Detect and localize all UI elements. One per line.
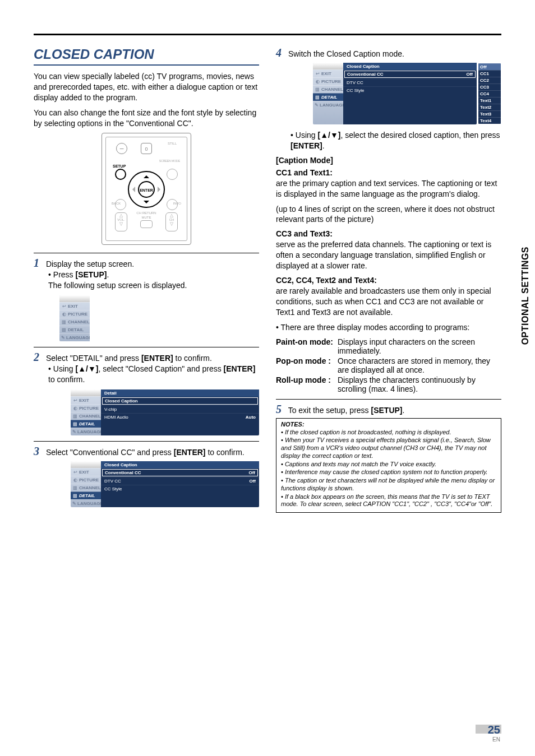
menu-row: CC Style — [101, 485, 259, 493]
mode-row: Paint-on mode:Displays input characters … — [276, 337, 501, 355]
remote-zero-button: 0 — [141, 143, 152, 154]
step-3: 3 Select "Conventional CC" and press [EN… — [34, 445, 259, 458]
menu-row: Conventional CCOff — [344, 71, 476, 78]
cc-dropdown-screenshot: ↩EXIT ◐PICTURE ▥CHANNEL ▧DETAIL ✎LANGUAG… — [313, 63, 501, 124]
step-5: 5 To exit the setup, press [SETUP]. — [276, 403, 501, 416]
page-number-box: 25 EN — [476, 725, 501, 743]
step-1-bullet: Press [SETUP]. The following setup scree… — [48, 270, 259, 291]
menu-body: Closed Caption Conventional CCOffDTV CCO… — [101, 461, 259, 507]
dropdown-item: Text1 — [478, 97, 501, 104]
cc-menu-screenshot: ↩EXIT ◐PICTURE ▥CHANNEL ▧DETAIL ✎LANGUAG… — [71, 461, 259, 507]
two-column-layout: CLOSED CAPTION You can view specially la… — [34, 47, 501, 513]
remote-inner: – 0 STILL SETUP SCREEN MODE ENTER BACK — [105, 137, 187, 241]
menu-row: Closed Caption — [102, 397, 258, 405]
menu-sidebar: ↩EXIT ◐PICTURE ▥CHANNEL ▧DETAIL ✎LANGUAG… — [71, 461, 101, 507]
step-1-text: Display the setup screen. — [46, 259, 134, 268]
mode-row: Pop-on mode :Once characters are stored … — [276, 356, 501, 374]
left-column: CLOSED CAPTION You can view specially la… — [34, 47, 259, 513]
menu-row: Conventional CCOff — [102, 469, 258, 476]
page: CLOSED CAPTION You can view specially la… — [34, 34, 501, 722]
menu-title: Detail — [101, 389, 259, 397]
dropdown-item: Off — [478, 63, 501, 70]
step-4-bullet: Using [▲/▼], select the desired closed c… — [290, 130, 501, 151]
step-2-sub: Using [▲/▼], select "Closed Caption" and… — [34, 364, 259, 435]
page-lang: EN — [476, 736, 501, 743]
dpad-left-icon — [130, 187, 135, 192]
notes-box: NOTES: • If the closed caption is not br… — [276, 418, 501, 513]
step-number: 5 — [276, 403, 286, 416]
menu-row: CC Style — [343, 86, 477, 94]
remote-setup-button — [115, 169, 126, 180]
page-number: 25 — [476, 723, 501, 736]
step-2-bullet: Using [▲/▼], select "Closed Caption" and… — [48, 364, 259, 385]
note-item: • Captions and texts may not match the T… — [281, 461, 496, 469]
step-number: 2 — [34, 351, 44, 364]
step-5-text: To exit the setup, press [SETUP]. — [288, 406, 405, 415]
step-1-sub: Press [SETUP]. The following setup scree… — [34, 270, 259, 341]
cc1-paragraph-1: are the primary caption and text service… — [276, 178, 501, 200]
cc2-paragraph: are rarely available and broadcasters us… — [276, 286, 501, 318]
note-item: • If a black box appears on the screen, … — [281, 493, 496, 509]
note-item: • Interference may cause the closed capt… — [281, 469, 496, 476]
menu-row: HDMI AudioAuto — [101, 413, 259, 421]
remote-dpad: ENTER — [128, 171, 165, 208]
step-divider — [276, 399, 501, 400]
dropdown-item: Text4 — [478, 117, 501, 124]
note-item: • If the closed caption is not broadcast… — [281, 429, 496, 437]
menu-body: Detail Closed CaptionV-chipHDMI AudioAut… — [101, 389, 259, 435]
step-3-sub: ↩EXIT ◐PICTURE ▥CHANNEL ▧DETAIL ✎LANGUAG… — [34, 461, 259, 507]
notes-heading: NOTES: — [281, 421, 496, 428]
step-4: 4 Switch the Closed Caption mode. — [276, 47, 501, 59]
menu-sidebar: ↩EXIT ◐PICTURE ▥CHANNEL ▧DETAIL ✎LANGUAG… — [313, 63, 343, 124]
menu-title: Closed Caption — [101, 461, 259, 469]
remote-vol-rocker: VOL. — [115, 212, 127, 231]
remote-mute-button — [140, 220, 153, 228]
note-item: • The caption or text characters will no… — [281, 477, 496, 493]
remote-mode-button — [167, 169, 178, 180]
step-divider — [34, 347, 259, 347]
step-number: 1 — [34, 257, 44, 270]
remote-setup-label: SETUP — [113, 164, 126, 168]
menu-row: V-chip — [101, 405, 259, 413]
step-3-text: Select "Conventional CC" and press [ENTE… — [46, 448, 245, 457]
step-4-text: Switch the Closed Caption mode. — [288, 49, 404, 58]
cc3-heading: CC3 and Text3: — [276, 229, 501, 238]
dropdown-item: CC4 — [478, 90, 501, 97]
step-4-sub: ↩EXIT ◐PICTURE ▥CHANNEL ▧DETAIL ✎LANGUAG… — [276, 63, 501, 151]
dropdown-item: CC3 — [478, 84, 501, 90]
menu-sidebar: ↩EXIT ◐PICTURE ▥CHANNEL ▧DETAIL ✎LANGUAG… — [71, 389, 101, 435]
notes-list: • If the closed caption is not broadcast… — [281, 429, 496, 509]
cc1-heading: CC1 and Text1: — [276, 168, 501, 177]
remote-mute-label: MUTE — [142, 216, 151, 219]
cc2-heading: CC2, CC4, Text2 and Text4: — [276, 276, 501, 285]
remote-dash-button: – — [116, 143, 127, 154]
section-title: CLOSED CAPTION — [34, 47, 259, 66]
cc-dropdown: OffCC1CC2CC3CC4Text1Text2Text3Text4 — [478, 63, 501, 124]
menu-row: DTV CC — [343, 78, 477, 86]
cc3-paragraph: serve as the preferred data channels. Th… — [276, 239, 501, 271]
mode-row: Roll-up mode :Displays the characters co… — [276, 375, 501, 393]
dropdown-item: Text2 — [478, 104, 501, 110]
step-1: 1 Display the setup screen. — [34, 257, 259, 270]
step-2-text: Select "DETAIL" and press [ENTER] to con… — [46, 354, 212, 363]
dpad-up-icon — [144, 173, 149, 178]
top-rule — [34, 34, 501, 35]
dropdown-item: CC2 — [478, 77, 501, 84]
step-divider — [34, 253, 259, 253]
detail-menu-screenshot: ↩EXIT ◐PICTURE ▥CHANNEL ▧DETAIL ✎LANGUAG… — [71, 389, 259, 435]
dpad-down-icon — [144, 201, 149, 206]
remote-still-label: STILL — [168, 142, 177, 145]
intro-paragraph-1: You can view specially labeled (cc) TV p… — [34, 71, 259, 103]
dropdown-item: Text3 — [478, 110, 501, 117]
remote-back-button — [115, 199, 126, 210]
setup-menu-screenshot: ↩EXIT ◐PICTURE ▥CHANNEL ▧DETAIL ✎LANGUAG… — [59, 295, 259, 341]
menu-row: DTV CCOff — [101, 477, 259, 485]
step-number: 4 — [276, 47, 286, 59]
right-column: 4 Switch the Closed Caption mode. ↩EXIT … — [276, 47, 501, 513]
step-divider — [34, 441, 259, 442]
menu-body: Closed Caption Conventional CCOffDTV CCC… — [343, 63, 477, 124]
menu-sidebar: ↩EXIT ◐PICTURE ▥CHANNEL ▧DETAIL ✎LANGUAG… — [59, 295, 90, 341]
remote-diagram: – 0 STILL SETUP SCREEN MODE ENTER BACK — [102, 133, 191, 245]
caption-mode-heading: [Caption Mode] — [276, 156, 501, 165]
remote-ch-rocker: CH — [165, 212, 178, 231]
